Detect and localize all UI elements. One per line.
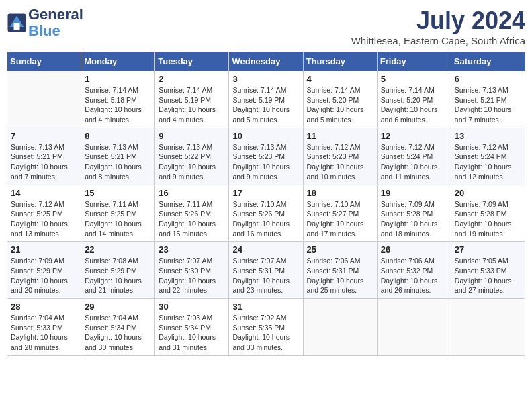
calendar-cell: 26Sunrise: 7:06 AM Sunset: 5:32 PM Dayli… [377, 242, 451, 299]
weekday-header-monday: Monday [81, 52, 155, 71]
calendar-cell: 25Sunrise: 7:06 AM Sunset: 5:31 PM Dayli… [303, 242, 377, 299]
day-number: 23 [159, 244, 225, 255]
day-number: 11 [307, 131, 373, 141]
calendar-cell: 6Sunrise: 7:13 AM Sunset: 5:21 PM Daylig… [451, 71, 525, 128]
day-number: 14 [11, 188, 77, 198]
day-number: 13 [455, 131, 521, 141]
calendar-cell: 8Sunrise: 7:13 AM Sunset: 5:21 PM Daylig… [81, 128, 155, 185]
calendar-cell: 3Sunrise: 7:14 AM Sunset: 5:19 PM Daylig… [229, 71, 303, 128]
calendar-cell: 18Sunrise: 7:10 AM Sunset: 5:27 PM Dayli… [303, 185, 377, 242]
day-number: 18 [307, 188, 373, 198]
day-number: 4 [307, 74, 373, 84]
calendar-cell: 30Sunrise: 7:03 AM Sunset: 5:34 PM Dayli… [155, 299, 229, 356]
day-info: Sunrise: 7:09 AM Sunset: 5:28 PM Dayligh… [381, 199, 447, 239]
week-row-3: 14Sunrise: 7:12 AM Sunset: 5:25 PM Dayli… [7, 185, 525, 242]
calendar-cell: 27Sunrise: 7:05 AM Sunset: 5:33 PM Dayli… [451, 242, 525, 299]
calendar-cell: 23Sunrise: 7:07 AM Sunset: 5:30 PM Dayli… [155, 242, 229, 299]
calendar-cell: 20Sunrise: 7:09 AM Sunset: 5:28 PM Dayli… [451, 185, 525, 242]
calendar-cell [377, 299, 451, 356]
day-number: 25 [307, 244, 373, 255]
day-info: Sunrise: 7:02 AM Sunset: 5:35 PM Dayligh… [232, 313, 299, 353]
day-info: Sunrise: 7:04 AM Sunset: 5:34 PM Dayligh… [85, 313, 151, 353]
calendar-cell: 28Sunrise: 7:04 AM Sunset: 5:33 PM Dayli… [7, 299, 81, 356]
calendar-cell: 24Sunrise: 7:07 AM Sunset: 5:31 PM Dayli… [229, 242, 303, 299]
day-info: Sunrise: 7:14 AM Sunset: 5:20 PM Dayligh… [307, 85, 373, 125]
day-number: 30 [159, 302, 225, 312]
calendar-cell: 9Sunrise: 7:13 AM Sunset: 5:22 PM Daylig… [155, 128, 229, 185]
calendar-cell [451, 299, 525, 356]
day-info: Sunrise: 7:07 AM Sunset: 5:31 PM Dayligh… [232, 256, 299, 295]
calendar-table: SundayMondayTuesdayWednesdayThursdayFrid… [7, 52, 525, 356]
svg-rect-2 [14, 23, 20, 30]
day-number: 6 [455, 74, 521, 84]
logo: GeneralBlue [7, 7, 83, 39]
day-number: 16 [159, 188, 225, 198]
weekday-header-friday: Friday [377, 52, 451, 71]
calendar-cell: 17Sunrise: 7:10 AM Sunset: 5:26 PM Dayli… [229, 185, 303, 242]
day-info: Sunrise: 7:12 AM Sunset: 5:23 PM Dayligh… [307, 142, 373, 182]
weekday-header-tuesday: Tuesday [155, 52, 229, 71]
calendar-cell: 2Sunrise: 7:14 AM Sunset: 5:19 PM Daylig… [155, 71, 229, 128]
day-number: 7 [11, 131, 77, 141]
day-number: 28 [11, 302, 77, 312]
day-number: 27 [455, 244, 521, 255]
calendar-cell: 16Sunrise: 7:11 AM Sunset: 5:26 PM Dayli… [155, 185, 229, 242]
day-info: Sunrise: 7:10 AM Sunset: 5:27 PM Dayligh… [307, 199, 373, 239]
day-info: Sunrise: 7:13 AM Sunset: 5:21 PM Dayligh… [11, 142, 77, 182]
calendar-cell: 4Sunrise: 7:14 AM Sunset: 5:20 PM Daylig… [303, 71, 377, 128]
calendar-cell [303, 299, 377, 356]
day-number: 12 [381, 131, 447, 141]
day-number: 19 [381, 188, 447, 198]
calendar-cell: 13Sunrise: 7:12 AM Sunset: 5:24 PM Dayli… [451, 128, 525, 185]
day-info: Sunrise: 7:14 AM Sunset: 5:20 PM Dayligh… [381, 85, 447, 125]
day-info: Sunrise: 7:14 AM Sunset: 5:19 PM Dayligh… [159, 85, 225, 125]
calendar-cell: 21Sunrise: 7:09 AM Sunset: 5:29 PM Dayli… [7, 242, 81, 299]
day-number: 3 [232, 74, 299, 84]
calendar-cell: 31Sunrise: 7:02 AM Sunset: 5:35 PM Dayli… [229, 299, 303, 356]
day-number: 1 [85, 74, 151, 84]
day-number: 9 [159, 131, 225, 141]
calendar-cell: 12Sunrise: 7:12 AM Sunset: 5:24 PM Dayli… [377, 128, 451, 185]
day-info: Sunrise: 7:13 AM Sunset: 5:23 PM Dayligh… [232, 142, 299, 182]
day-info: Sunrise: 7:09 AM Sunset: 5:29 PM Dayligh… [11, 256, 77, 295]
logo-icon [7, 13, 27, 33]
weekday-header-sunday: Sunday [7, 52, 81, 71]
day-number: 26 [381, 244, 447, 255]
calendar-cell: 14Sunrise: 7:12 AM Sunset: 5:25 PM Dayli… [7, 185, 81, 242]
calendar-cell: 7Sunrise: 7:13 AM Sunset: 5:21 PM Daylig… [7, 128, 81, 185]
day-info: Sunrise: 7:10 AM Sunset: 5:26 PM Dayligh… [232, 199, 299, 239]
day-info: Sunrise: 7:12 AM Sunset: 5:24 PM Dayligh… [381, 142, 447, 182]
day-info: Sunrise: 7:13 AM Sunset: 5:21 PM Dayligh… [85, 142, 151, 182]
calendar-cell: 15Sunrise: 7:11 AM Sunset: 5:25 PM Dayli… [81, 185, 155, 242]
month-title: July 2024 [351, 7, 525, 35]
day-info: Sunrise: 7:12 AM Sunset: 5:25 PM Dayligh… [11, 199, 77, 239]
calendar-cell: 5Sunrise: 7:14 AM Sunset: 5:20 PM Daylig… [377, 71, 451, 128]
day-number: 29 [85, 302, 151, 312]
day-info: Sunrise: 7:13 AM Sunset: 5:21 PM Dayligh… [455, 85, 521, 125]
day-info: Sunrise: 7:09 AM Sunset: 5:28 PM Dayligh… [455, 199, 521, 239]
weekday-header-wednesday: Wednesday [229, 52, 303, 71]
calendar-cell: 1Sunrise: 7:14 AM Sunset: 5:18 PM Daylig… [81, 71, 155, 128]
page-header: GeneralBlue July 2024 Whittlesea, Easter… [7, 7, 525, 46]
week-row-2: 7Sunrise: 7:13 AM Sunset: 5:21 PM Daylig… [7, 128, 525, 185]
calendar-cell: 10Sunrise: 7:13 AM Sunset: 5:23 PM Dayli… [229, 128, 303, 185]
day-number: 20 [455, 188, 521, 198]
calendar-cell: 19Sunrise: 7:09 AM Sunset: 5:28 PM Dayli… [377, 185, 451, 242]
day-number: 5 [381, 74, 447, 84]
day-number: 10 [232, 131, 299, 141]
title-block: July 2024 Whittlesea, Eastern Cape, Sout… [351, 7, 525, 46]
day-info: Sunrise: 7:04 AM Sunset: 5:33 PM Dayligh… [11, 313, 77, 353]
day-number: 22 [85, 244, 151, 255]
day-number: 31 [232, 302, 299, 312]
day-info: Sunrise: 7:08 AM Sunset: 5:29 PM Dayligh… [85, 256, 151, 295]
day-number: 2 [159, 74, 225, 84]
day-info: Sunrise: 7:11 AM Sunset: 5:26 PM Dayligh… [159, 199, 225, 239]
day-number: 17 [232, 188, 299, 198]
calendar-cell [7, 71, 81, 128]
day-number: 21 [11, 244, 77, 255]
week-row-4: 21Sunrise: 7:09 AM Sunset: 5:29 PM Dayli… [7, 242, 525, 299]
day-info: Sunrise: 7:03 AM Sunset: 5:34 PM Dayligh… [159, 313, 225, 353]
day-info: Sunrise: 7:14 AM Sunset: 5:19 PM Dayligh… [232, 85, 299, 125]
calendar-cell: 22Sunrise: 7:08 AM Sunset: 5:29 PM Dayli… [81, 242, 155, 299]
calendar-cell: 11Sunrise: 7:12 AM Sunset: 5:23 PM Dayli… [303, 128, 377, 185]
